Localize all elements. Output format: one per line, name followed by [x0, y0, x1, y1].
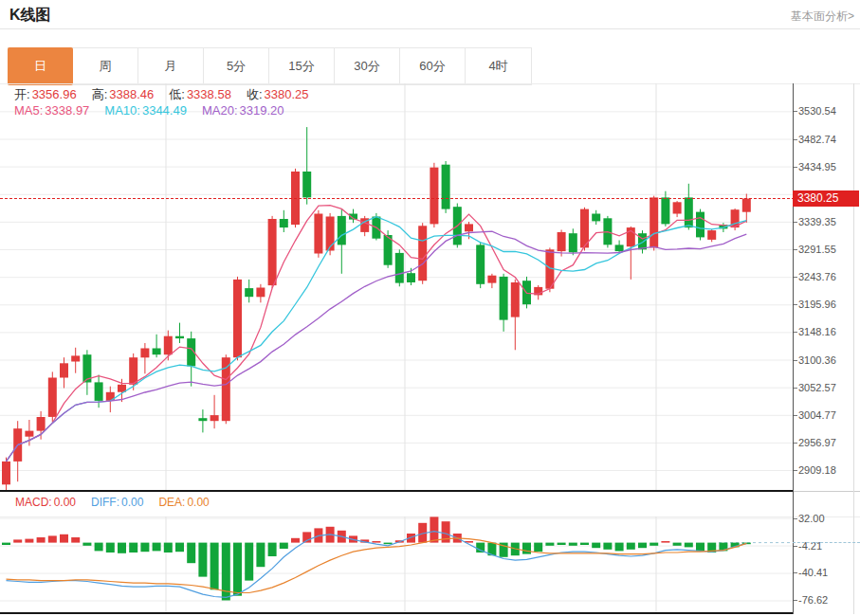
candle-body: [418, 226, 427, 281]
macd-readout: MACD:0.00DIFF:0.00DEA:0.00: [15, 496, 225, 509]
macd-bar: [534, 543, 542, 553]
candle-body: [476, 245, 485, 283]
candle-body: [175, 336, 184, 338]
macd-bottom-border: [0, 612, 793, 614]
macd-bar: [106, 543, 115, 553]
readout-value: 3338.97: [45, 103, 89, 118]
readout-label: 低:: [169, 87, 185, 101]
candle-body: [558, 232, 566, 251]
macd-bar: [233, 543, 242, 596]
candle-body: [500, 277, 508, 320]
readout-value: 3338.58: [187, 87, 231, 101]
candle-body: [140, 349, 149, 358]
macd-bar: [603, 543, 612, 550]
readout-item: 高:3388.46: [92, 87, 155, 101]
price-tick-label: 3243.76: [798, 271, 836, 282]
macd-bar: [198, 543, 207, 577]
macd-bar: [615, 543, 624, 552]
macd-bar: [60, 534, 68, 543]
candle-body: [707, 230, 716, 240]
macd-zero-dashed-line: [793, 542, 860, 543]
readout-value: 0.00: [54, 496, 76, 509]
price-tick-label: 2956.97: [798, 437, 836, 448]
candle-body: [2, 462, 10, 484]
price-tick-label: 3291.55: [798, 244, 836, 255]
price-tick-label: 3100.36: [798, 354, 836, 366]
macd-bar: [13, 539, 22, 542]
ma-readout: MA5:3338.97MA10:3344.49MA20:3319.20: [14, 103, 300, 118]
readout-item: DEA:0.00: [158, 496, 209, 509]
tab-日[interactable]: 日: [8, 47, 73, 85]
macd-bar: [268, 543, 277, 556]
macd-chart[interactable]: [0, 516, 793, 614]
candle-body: [338, 216, 346, 245]
candle-body: [592, 214, 600, 222]
ohlc-readout: 开:3356.96高:3388.46低:3338.58收:3380.25: [14, 86, 324, 103]
candle-body: [25, 431, 33, 437]
macd-bar: [153, 543, 161, 552]
readout-value: 0.00: [187, 496, 209, 509]
macd-bar: [129, 543, 137, 553]
macd-bar: [638, 543, 647, 549]
readout-item: MA10:3344.49: [104, 103, 187, 118]
candle-body: [442, 165, 450, 209]
fundamental-analysis-link[interactable]: 基本面分析>: [791, 9, 854, 25]
readout-label: 收:: [247, 87, 263, 101]
tab-月[interactable]: 月: [138, 48, 204, 84]
readout-value: 3380.25: [265, 87, 309, 101]
readout-label: DIFF:: [91, 496, 119, 509]
candle-body: [222, 357, 230, 421]
readout-value: 0.00: [121, 496, 143, 509]
candle-body: [302, 172, 311, 197]
readout-value: 3319.20: [240, 103, 284, 118]
readout-item: 开:3356.96: [14, 87, 77, 101]
macd-bar: [685, 543, 693, 548]
candle-body: [280, 219, 288, 227]
macd-bar: [82, 543, 91, 546]
macd-bar: [384, 543, 393, 545]
readout-item: MA5:3338.97: [14, 103, 89, 118]
candlestick-chart[interactable]: [0, 83, 793, 490]
tab-5分[interactable]: 5分: [204, 48, 269, 84]
macd-bar: [558, 543, 566, 545]
candle-body: [465, 224, 473, 231]
macd-bar: [522, 543, 531, 554]
candle-body: [696, 212, 704, 238]
macd-bar: [175, 543, 184, 553]
macd-bar: [627, 543, 635, 550]
macd-bar: [256, 543, 265, 568]
price-tick-label: 3004.77: [798, 409, 836, 421]
main-chart-bottom-border: [0, 490, 793, 492]
readout-label: 高:: [92, 87, 108, 101]
macd-bar: [430, 516, 438, 542]
readout-item: MA20:3319.20: [202, 103, 284, 118]
readout-item: 收:3380.25: [247, 87, 309, 101]
readout-item: DIFF:0.00: [91, 496, 143, 509]
candle-body: [233, 280, 242, 357]
candle-body: [395, 253, 404, 283]
macd-bar: [650, 543, 658, 546]
ma20-line: [7, 231, 747, 462]
readout-label: MACD:: [15, 496, 52, 509]
candle-body: [153, 349, 161, 355]
candle-body: [615, 245, 624, 251]
candle-body: [661, 197, 669, 224]
price-tick-label: 3148.16: [798, 326, 836, 337]
candle-body: [164, 336, 173, 355]
tab-周[interactable]: 周: [73, 48, 138, 84]
macd-bar: [569, 543, 577, 546]
macd-bar: [372, 541, 380, 543]
macd-tick-label: -76.62: [798, 594, 828, 606]
tab-60分[interactable]: 60分: [400, 48, 466, 84]
tab-15分[interactable]: 15分: [269, 48, 335, 84]
candle-body: [430, 168, 438, 225]
candle-body: [256, 288, 265, 298]
readout-value: 3356.96: [32, 87, 77, 101]
candle-body: [198, 418, 207, 421]
readout-item: MACD:0.00: [15, 496, 76, 509]
tab-4时[interactable]: 4时: [466, 48, 531, 84]
price-tick-label: 3434.95: [798, 161, 836, 172]
macd-bar: [25, 539, 33, 543]
readout-value: 3388.46: [109, 87, 154, 101]
tab-30分[interactable]: 30分: [335, 48, 400, 84]
